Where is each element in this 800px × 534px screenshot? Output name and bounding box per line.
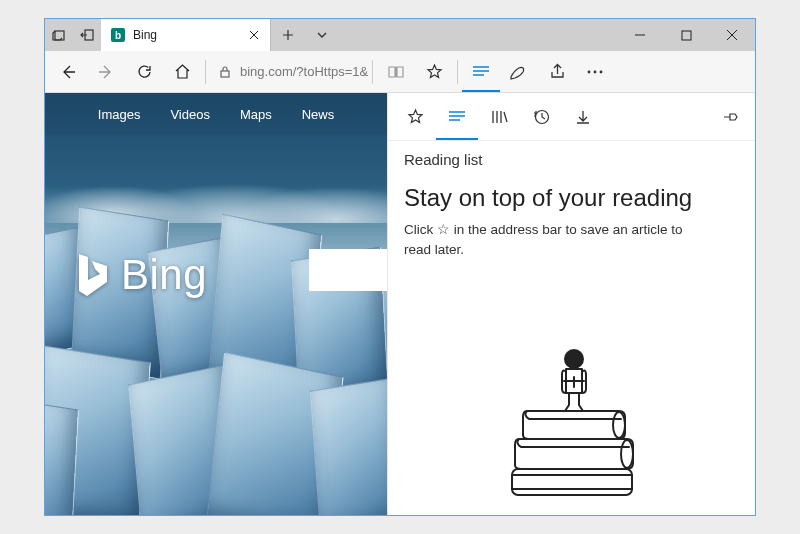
reading-view-button[interactable] [377,52,415,92]
tab-title: Bing [133,28,157,42]
svg-rect-0 [55,31,64,40]
address-bar[interactable]: bing.com/?toHttps=1&redig= [240,59,368,85]
bing-search-input[interactable] [309,249,387,291]
more-button[interactable] [576,52,614,92]
tab-preview-button[interactable] [45,19,73,51]
bing-nav: Images Videos Maps News [45,93,387,135]
hub-tab-downloads[interactable] [562,94,604,140]
hub-illustration [388,259,755,515]
forward-button[interactable] [87,52,125,92]
address-text: bing.com/?toHttps=1&redig= [240,64,368,79]
bing-nav-maps[interactable]: Maps [240,107,272,122]
favorite-button[interactable] [415,52,453,92]
bing-nav-news[interactable]: News [302,107,335,122]
hub-tab-history[interactable] [520,94,562,140]
content-area: Images Videos Maps News [45,93,755,515]
svg-point-6 [600,70,603,73]
hub-tab-books[interactable] [478,94,520,140]
share-button[interactable] [538,52,576,92]
bing-wordmark: Bing [121,251,207,299]
bing-nav-images[interactable]: Images [98,107,141,122]
titlebar: b Bing [45,19,755,51]
new-tab-menu-button[interactable] [305,19,339,51]
refresh-button[interactable] [125,52,163,92]
minimize-button[interactable] [617,19,663,51]
toolbar: bing.com/?toHttps=1&redig= [45,51,755,93]
browser-window: b Bing [44,18,756,516]
svg-point-11 [565,350,583,368]
set-aside-tabs-button[interactable] [73,19,101,51]
hub-body-text: Click ☆ in the address bar to save an ar… [388,220,728,259]
hub-heading: Stay on top of your reading [388,174,755,220]
tab-close-button[interactable] [246,27,262,43]
hub-pin-button[interactable] [713,110,749,124]
hub-tab-favorites[interactable] [394,94,436,140]
new-tab-area [271,19,339,51]
hub-section-title: Reading list [388,141,755,174]
notes-button[interactable] [500,52,538,92]
tab-bing[interactable]: b Bing [101,19,271,51]
window-controls [617,19,755,51]
bing-logo-icon [75,252,111,298]
bing-logo: Bing [75,251,207,299]
maximize-button[interactable] [663,19,709,51]
svg-point-5 [594,70,597,73]
close-window-button[interactable] [709,19,755,51]
svg-rect-3 [221,71,229,77]
svg-rect-2 [682,31,691,40]
hub-tab-reading-list[interactable] [436,94,478,140]
lock-icon [210,52,240,92]
svg-rect-8 [512,469,632,495]
hub-tabs [388,93,755,141]
svg-point-10 [613,412,625,438]
home-button[interactable] [163,52,201,92]
hub-panel: Reading list Stay on top of your reading… [387,93,755,515]
new-tab-button[interactable] [271,19,305,51]
bing-favicon: b [111,28,125,42]
svg-point-4 [588,70,591,73]
back-button[interactable] [49,52,87,92]
svg-point-9 [621,440,633,468]
bing-page: Images Videos Maps News [45,93,387,515]
bing-nav-videos[interactable]: Videos [170,107,210,122]
hub-button[interactable] [462,52,500,92]
